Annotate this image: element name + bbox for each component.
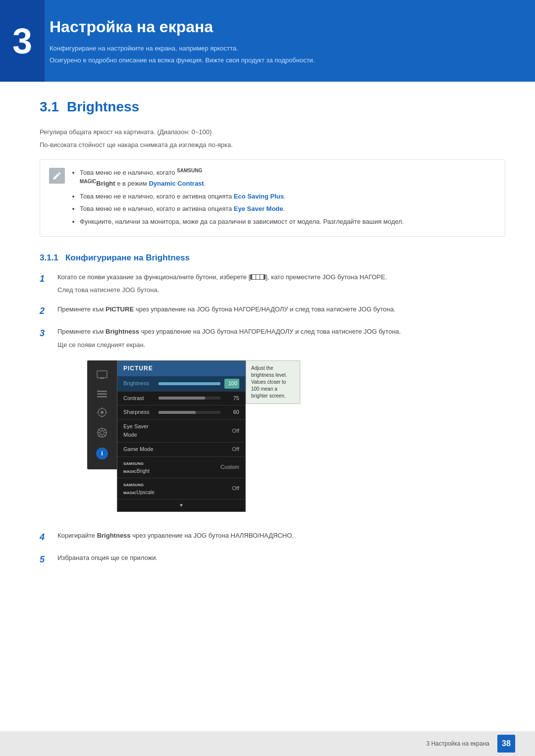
step-2: 2 Преминете към PICTURE чрез управление … xyxy=(40,304,505,318)
section-31-desc1: Регулира общата яркост на картината. (Ди… xyxy=(40,127,505,137)
step-3: 3 Преминете към Brightness чрез управлен… xyxy=(40,327,505,521)
step-3-content: Преминете към Brightness чрез управление… xyxy=(57,327,401,521)
note-item-2: Това меню не е налично, когато е активна… xyxy=(80,192,404,202)
section-31-number: 3.1 xyxy=(40,97,59,117)
monitor-diagram: i PICTURE Brightness 100 xyxy=(87,360,401,512)
menu-label-sharpness: Sharpness xyxy=(123,408,155,417)
note-item-1: Това меню не е налично, когато SAMSUNGMA… xyxy=(80,167,404,189)
step-1-sub: След това натиснете JOG бутона. xyxy=(57,285,387,296)
section-31-desc2: По-високата стойност ще накара снимката … xyxy=(40,140,505,150)
menu-value-magicbright: Custom xyxy=(220,463,239,472)
menu-value-sharpness: 60 xyxy=(224,408,239,417)
note-icon xyxy=(49,168,65,184)
menu-value-contrast: 75 xyxy=(224,394,239,403)
step-3-sub: Ще се появи следният екран. xyxy=(57,340,401,351)
note-box: Това меню не е налично, когато SAMSUNGMA… xyxy=(40,159,505,237)
page-wrapper: 3 Настройка на екрана Конфигуриране на н… xyxy=(0,0,535,756)
monitor-left-panel: i xyxy=(87,360,117,469)
chapter-subtitle2: Осигурено е подробно описание на всяка ф… xyxy=(50,55,505,65)
step-5-number: 5 xyxy=(40,553,50,566)
menu-value-eyesaver: Off xyxy=(224,427,239,436)
menu-row-magicbright: SAMSUNGMAGICBright Custom xyxy=(117,457,245,478)
menu-bar-fill-brightness xyxy=(159,382,220,385)
footer-text: 3 Настройка на екрана xyxy=(426,739,489,748)
subsection-311-number: 3.1.1 xyxy=(40,253,58,262)
svg-rect-2 xyxy=(97,391,107,392)
menu-row-contrast: Contrast 75 xyxy=(117,392,245,406)
svg-point-6 xyxy=(101,411,104,414)
step-1-content: Когато се появи указание за функционални… xyxy=(57,272,387,296)
down-arrow-row: ▼ xyxy=(117,500,245,511)
chapter-subtitle1: Конфигуриране на настройките на екрана, … xyxy=(50,44,505,53)
step-1-number: 1 xyxy=(40,272,50,296)
menu-row-eyesaver: Eye Saver Mode Off xyxy=(117,420,245,443)
svg-point-12 xyxy=(100,431,104,435)
menu-value-gamemode: Off xyxy=(224,445,239,454)
menu-value-brightness: 100 xyxy=(224,379,239,389)
step-5-content: Избраната опция ще се приложи. xyxy=(57,553,158,566)
menu-label-brightness: Brightness xyxy=(123,379,155,388)
menu-value-magicupscale: Off xyxy=(224,484,239,493)
note-item-3: Това меню не е налично, когато е активна… xyxy=(80,204,404,214)
menu-icon-inline xyxy=(250,274,266,280)
monitor-icon-4 xyxy=(97,427,107,442)
menu-row-magicupscale: SAMSUNGMAGICUpscale Off xyxy=(117,478,245,500)
monitor-icon-3 xyxy=(97,407,107,422)
monitor-menu-container: PICTURE Brightness 100 C xyxy=(117,360,246,512)
main-content: 3.1 Brightness Регулира общата яркост на… xyxy=(0,97,535,566)
subsection-311-title: 3.1.1 Конфигуриране на Brightness xyxy=(40,252,505,264)
step-4: 4 Коригирайте Brightness чрез управление… xyxy=(40,531,505,544)
chapter-title: Настройка на екрана xyxy=(50,15,505,39)
step-5: 5 Избраната опция ще се приложи. xyxy=(40,553,505,566)
step-2-content: Преминете към PICTURE чрез управление на… xyxy=(57,304,395,318)
page-footer: 3 Настройка на екрана 38 xyxy=(0,731,535,756)
menu-bar-sharpness xyxy=(159,411,220,414)
menu-label-gamemode: Game Mode xyxy=(123,445,157,454)
svg-rect-3 xyxy=(97,393,107,395)
monitor-icon-1 xyxy=(97,370,107,383)
monitor-menu-header: PICTURE xyxy=(117,361,245,376)
svg-rect-1 xyxy=(100,378,104,379)
chapter-number: 3 xyxy=(12,14,32,68)
menu-label-eyesaver: Eye Saver Mode xyxy=(123,422,157,440)
chapter-header: 3 Настройка на екрана Конфигуриране на н… xyxy=(0,0,535,82)
section-31-name: Brightness xyxy=(67,97,139,117)
monitor-tooltip: Adjust the brightness level. Values clos… xyxy=(246,360,300,404)
menu-label-magicupscale: SAMSUNGMAGICUpscale xyxy=(123,481,157,497)
menu-row-sharpness: Sharpness 60 xyxy=(117,405,245,420)
menu-bar-brightness xyxy=(159,382,220,385)
svg-rect-4 xyxy=(97,396,107,398)
menu-bar-fill-contrast xyxy=(159,397,205,400)
monitor-icon-2 xyxy=(97,389,107,402)
step-4-number: 4 xyxy=(40,531,50,544)
chapter-number-box: 3 xyxy=(0,0,45,82)
step-3-number: 3 xyxy=(40,327,50,521)
pencil-icon xyxy=(52,171,62,181)
menu-bar-contrast xyxy=(159,397,220,400)
step-2-number: 2 xyxy=(40,304,50,318)
footer-page-number: 38 xyxy=(497,735,515,753)
monitor-icon-5: i xyxy=(96,448,108,459)
down-arrow-icon: ▼ xyxy=(179,502,184,509)
svg-rect-0 xyxy=(97,371,107,378)
menu-row-gamemode: Game Mode Off xyxy=(117,443,245,457)
menu-row-brightness: Brightness 100 xyxy=(117,376,245,392)
step-4-content: Коригирайте Brightness чрез управление н… xyxy=(57,531,294,544)
step-1: 1 Когато се появи указание за функционал… xyxy=(40,272,505,296)
note-item-4: Функциите, налични за монитора, може да … xyxy=(80,217,404,227)
menu-label-magicbright: SAMSUNGMAGICBright xyxy=(123,459,156,475)
section-31-title: 3.1 Brightness xyxy=(40,97,505,117)
menu-bar-fill-sharpness xyxy=(159,411,196,414)
menu-label-contrast: Contrast xyxy=(123,394,155,403)
note-list: Това меню не е налично, когато SAMSUNGMA… xyxy=(72,167,404,229)
monitor-menu: PICTURE Brightness 100 C xyxy=(117,360,246,512)
subsection-311-name: Конфигуриране на Brightness xyxy=(65,253,190,262)
